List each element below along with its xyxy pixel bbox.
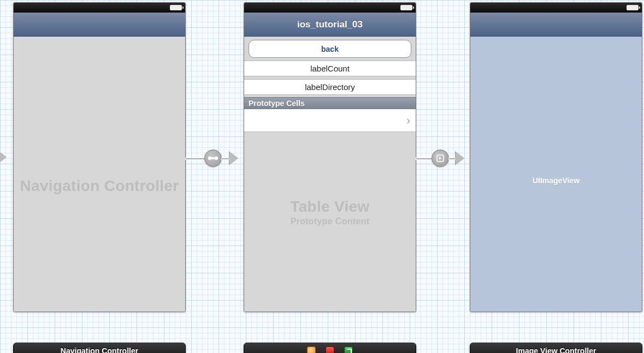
dock-label: Navigation Controller [61, 346, 138, 353]
watermark-label: Table View Prototype Content [244, 198, 416, 226]
segue-icon-push[interactable] [432, 149, 449, 167]
scene-image-view-controller[interactable]: UIImageView [470, 2, 642, 312]
scene-navigation-controller[interactable]: Navigation Controller [13, 2, 186, 312]
content-area: back labelCount labelDirectory Prototype… [244, 40, 416, 312]
prototype-cell[interactable]: › [244, 109, 416, 132]
initial-arrow [0, 151, 7, 164]
segue-line [416, 158, 433, 159]
battery-icon [627, 5, 639, 10]
segue-line [449, 158, 456, 159]
navigation-bar[interactable]: ios_tutorial_03 [244, 13, 416, 37]
segue-arrowhead [229, 152, 238, 165]
svg-rect-2 [210, 157, 216, 159]
uiimageview[interactable]: UIImageView [470, 37, 642, 312]
label-text: labelCount [310, 64, 350, 73]
status-bar [470, 3, 642, 13]
battery-icon [170, 5, 182, 10]
nav-title: ios_tutorial_03 [297, 19, 363, 30]
dock-label: Image View Controller [516, 346, 596, 353]
content-area: Navigation Controller [14, 37, 185, 312]
scene-table-view-controller[interactable]: ios_tutorial_03 back labelCount labelDir… [244, 2, 416, 312]
segue-line [222, 158, 229, 159]
label-text: labelDirectory [305, 82, 355, 92]
label-directory[interactable]: labelDirectory [244, 79, 416, 95]
label-count[interactable]: labelCount [244, 61, 416, 76]
exit-icon[interactable] [344, 346, 353, 353]
prototype-cells-header: Prototype Cells [244, 97, 416, 109]
first-responder-icon[interactable] [307, 346, 316, 353]
device-frame: UIImageView [470, 2, 642, 312]
view-controller-icon[interactable] [326, 346, 334, 353]
scene-dock-table[interactable] [244, 343, 416, 353]
status-bar [244, 3, 416, 13]
segue-icon-root[interactable] [204, 149, 222, 167]
segue-line [186, 158, 206, 159]
watermark-title: Table View [244, 198, 416, 216]
device-frame: ios_tutorial_03 back labelCount labelDir… [244, 2, 416, 312]
segue-arrowhead [456, 152, 464, 165]
device-frame: Navigation Controller [13, 2, 186, 312]
header-text: Prototype Cells [249, 99, 305, 107]
navigation-bar [14, 13, 185, 37]
scene-dock-image[interactable]: Image View Controller [470, 343, 642, 353]
back-button-label: back [321, 45, 339, 53]
status-bar [14, 3, 185, 13]
scene-dock-nav[interactable]: Navigation Controller [13, 343, 186, 353]
back-button[interactable]: back [249, 40, 411, 58]
disclosure-indicator-icon: › [406, 114, 410, 127]
uiimageview-placeholder-label: UIImageView [470, 176, 642, 185]
navigation-bar [470, 13, 642, 37]
watermark-label: Navigation Controller [14, 177, 185, 195]
battery-icon [400, 5, 412, 10]
watermark-subtitle: Prototype Content [244, 217, 416, 226]
